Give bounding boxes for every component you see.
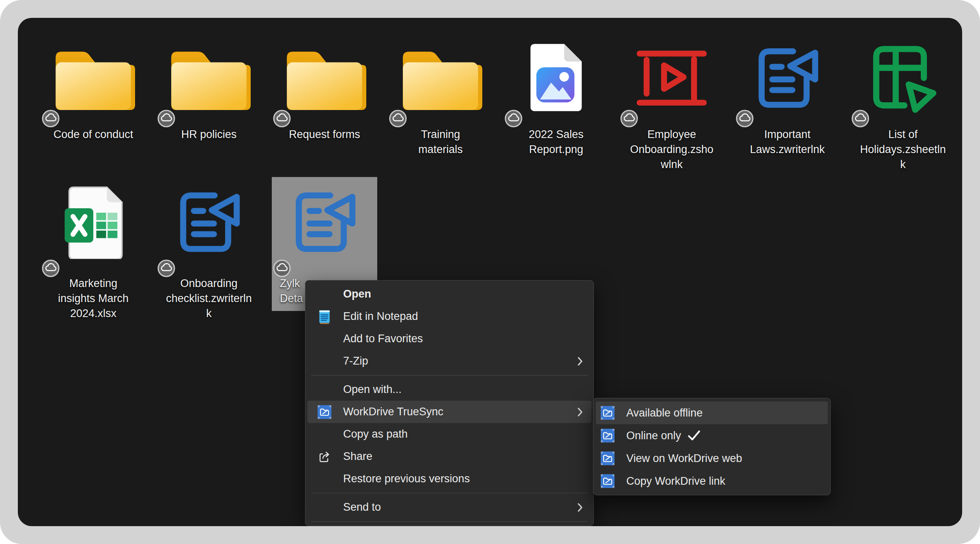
menu-item-label: Restore previous versions [343, 473, 470, 485]
menu-item-label: Edit in Notepad [343, 310, 418, 323]
menu-item-label: Online only [626, 430, 681, 442]
item-label-line: 2022 Sales [503, 127, 609, 142]
desktop-item-2022-sales-report-png[interactable]: 2022 SalesReport.png [503, 33, 609, 167]
menu-separator [311, 493, 588, 493]
item-label-line: k [156, 306, 262, 321]
folder-icon [167, 43, 251, 112]
folder-icon [399, 43, 482, 112]
item-label-line: HR policies [156, 127, 262, 142]
menu-item-restore-previous-versions[interactable]: Restore previous versions [307, 468, 591, 490]
menu-item-online-only[interactable]: Online only [596, 424, 828, 447]
image-file-icon [526, 41, 586, 114]
workdrive-truesync-submenu: Available offline Online only View on Wo… [593, 398, 831, 495]
menu-item-label: WorkDrive TrueSync [343, 406, 443, 418]
menu-item-send-to[interactable]: Send to [307, 496, 591, 518]
menu-item-7-zip[interactable]: 7-Zip [307, 350, 591, 372]
item-label-line: Onboarding.zsho [619, 142, 724, 157]
menu-item-label: Copy WorkDrive link [626, 475, 725, 488]
item-label-line: 2024.xlsx [41, 306, 146, 321]
notepad-icon [318, 309, 331, 325]
item-label-line: List of [850, 127, 956, 142]
workdrive-icon [601, 405, 615, 421]
desktop-item-employee-onboarding-zsho-wlnk[interactable]: EmployeeOnboarding.zshowlnk [619, 33, 724, 167]
item-label: Trainingmaterials [388, 127, 493, 157]
menu-item-icon-placeholder [318, 471, 331, 487]
item-label-line: Report.png [503, 142, 609, 157]
menu-item-icon-placeholder [318, 382, 331, 398]
item-label-line: Laws.zwriterlnk [735, 142, 840, 157]
item-label: EmployeeOnboarding.zshowlnk [619, 127, 724, 172]
item-label: Code of conduct [41, 127, 146, 142]
item-label: Request forms [272, 127, 377, 142]
cloud-status-badge-icon [735, 109, 754, 128]
desktop[interactable]: ZylkDeta Onboardingchecklist.zwriterlnk … [18, 18, 962, 526]
menu-item-label: Open with... [343, 383, 402, 396]
workdrive-icon [601, 450, 615, 466]
cloud-status-badge-icon [620, 109, 638, 128]
zoho-writer-icon [173, 188, 245, 257]
submenu-arrow-icon [577, 502, 583, 513]
item-label: List ofHolidays.zsheetlnk [850, 127, 956, 172]
folder-icon [283, 43, 366, 112]
menu-item-label: 7-Zip [343, 355, 368, 367]
item-label: HR policies [156, 127, 262, 142]
cloud-status-badge-icon [389, 109, 407, 128]
item-label-line: wlnk [619, 157, 724, 172]
zoho-writer-icon [752, 44, 823, 113]
zoho-show-icon [637, 47, 707, 112]
desktop-item-list-of-holidays-zsheetln-k[interactable]: List ofHolidays.zsheetlnk [850, 33, 956, 167]
item-label-line: Marketing [41, 276, 146, 291]
menu-separator [311, 521, 588, 522]
cloud-status-badge-icon [41, 259, 60, 278]
zoho-writer-icon [289, 188, 360, 257]
menu-item-copy-as-path[interactable]: Copy as path [307, 423, 591, 445]
item-label-line: Onboarding [156, 276, 262, 291]
menu-item-label: Add to Favorites [343, 332, 423, 345]
menu-item-icon-placeholder [318, 286, 331, 302]
menu-item-view-on-workdrive-web[interactable]: View on WorkDrive web [596, 447, 828, 470]
menu-item-label: View on WorkDrive web [626, 452, 742, 465]
menu-item-share[interactable]: Share [307, 445, 591, 468]
menu-item-icon-placeholder [318, 499, 331, 516]
menu-item-open[interactable]: Open [307, 283, 591, 305]
context-menu: Open Edit in NotepadAdd to Favorites7-Zi… [305, 280, 594, 526]
desktop-item-important-laws-zwriterlnk[interactable]: ImportantLaws.zwriterlnk [735, 33, 840, 167]
workdrive-icon [601, 473, 615, 489]
menu-item-label: Copy as path [343, 428, 408, 440]
item-label: Onboardingchecklist.zwriterlnk [156, 276, 262, 321]
cloud-status-badge-icon [504, 109, 523, 128]
cloud-status-badge-icon [273, 109, 291, 128]
item-label-line: Code of conduct [41, 127, 146, 142]
cloud-status-badge-icon [273, 259, 291, 278]
workdrive-icon [318, 404, 331, 420]
item-label-line: k [850, 157, 956, 172]
item-label-line: Training [388, 127, 493, 142]
menu-separator [311, 375, 588, 376]
desktop-item-code-of-conduct[interactable]: Code of conduct [41, 33, 146, 167]
menu-item-label: Available offline [626, 407, 703, 419]
desktop-item-request-forms[interactable]: Request forms [272, 33, 377, 167]
menu-item-add-to-favorites[interactable]: Add to Favorites [307, 328, 591, 350]
desktop-item-training-materials[interactable]: Trainingmaterials [388, 33, 493, 167]
menu-item-edit-in-notepad[interactable]: Edit in Notepad [307, 305, 591, 328]
submenu-arrow-icon [577, 356, 583, 367]
item-label: ImportantLaws.zwriterlnk [735, 127, 840, 157]
share-icon [318, 449, 331, 465]
menu-item-icon-placeholder [318, 331, 331, 347]
menu-item-icon-placeholder [318, 426, 331, 443]
item-label-line: Holidays.zsheetln [850, 142, 956, 157]
desktop-item-onboarding-checklist-zwriterln-k[interactable]: Onboardingchecklist.zwriterlnk [156, 177, 262, 311]
zoho-sheet-icon [867, 42, 939, 114]
item-label-line: Employee [619, 127, 724, 142]
menu-item-copy-workdrive-link[interactable]: Copy WorkDrive link [596, 470, 828, 492]
item-label: 2022 SalesReport.png [503, 127, 609, 157]
menu-item-label: Send to [343, 501, 381, 514]
item-label: Marketinginsights March2024.xlsx [41, 276, 146, 321]
menu-item-workdrive-truesync[interactable]: WorkDrive TrueSync [307, 401, 591, 423]
desktop-item-marketing-insights-march-2024-xlsx[interactable]: Marketinginsights March2024.xlsx [41, 177, 146, 311]
menu-item-open-with[interactable]: Open with... [307, 378, 591, 401]
cloud-status-badge-icon [851, 109, 870, 128]
desktop-item-hr-policies[interactable]: HR policies [156, 33, 262, 167]
item-label-line: Important [735, 127, 840, 142]
menu-item-available-offline[interactable]: Available offline [596, 402, 828, 424]
